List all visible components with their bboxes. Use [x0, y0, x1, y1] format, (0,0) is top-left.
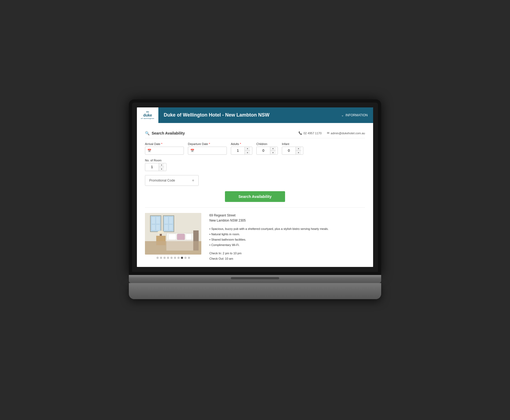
promo-section: Promotional Code +	[145, 175, 365, 186]
image-carousel	[145, 213, 201, 262]
departure-required: *	[209, 142, 210, 146]
calendar-icon-departure: 📅	[190, 149, 194, 153]
main-content: 🔍 Search Availability 📞 02 4957 1170 ✉ a…	[137, 123, 373, 267]
booking-form-row: Arrival Date * 📅 Departure Date * 📅	[145, 142, 365, 155]
chevron-down-icon: ⌄	[341, 113, 344, 117]
search-section-title: Search Availability	[152, 131, 185, 135]
children-group: Children 0 ▲ ▼	[256, 142, 278, 155]
adults-input-group[interactable]: 1 ▲ ▼	[231, 147, 252, 155]
promo-code-box[interactable]: Promotional Code +	[145, 175, 199, 186]
svg-rect-12	[169, 225, 173, 230]
infant-label: Infant	[282, 142, 303, 146]
information-nav-label[interactable]: INFORMATION	[345, 113, 368, 117]
carousel-dot-6[interactable]	[174, 257, 176, 259]
phone-icon: 📞	[298, 131, 302, 135]
hotel-title-area: Duke of Wellington Hotel - New Lambton N…	[158, 112, 341, 118]
hotel-header: the duke of wellington Duke of Wellingto…	[137, 107, 373, 123]
svg-point-21	[158, 231, 164, 234]
search-title: 🔍 Search Availability	[145, 131, 185, 135]
carousel-dot-3[interactable]	[163, 257, 166, 259]
hotel-times: Check In: 2 pm to 10 pm Check Out: 10 am	[209, 251, 365, 262]
svg-rect-11	[165, 225, 168, 230]
infant-increment[interactable]: ▲	[296, 147, 301, 151]
arrival-date-group: Arrival Date * 📅	[145, 142, 184, 155]
rooms-form-row: No. of Room 1 ▲ ▼	[145, 159, 365, 171]
email-icon: ✉	[327, 131, 329, 135]
carousel-dots	[145, 257, 201, 259]
children-input-group[interactable]: 0 ▲ ▼	[256, 147, 278, 155]
svg-rect-9	[165, 217, 168, 224]
departure-date-input[interactable]: 📅	[188, 147, 227, 155]
hotel-title: Duke of Wellington Hotel - New Lambton N…	[164, 112, 269, 118]
address-line2: New Lambton NSW 2305	[209, 218, 365, 223]
header-nav[interactable]: ⌄ INFORMATION	[341, 113, 373, 117]
svg-rect-4	[152, 217, 155, 224]
num-rooms-input-group[interactable]: 1 ▲ ▼	[145, 163, 166, 171]
infant-input-group[interactable]: 0 ▲ ▼	[282, 147, 303, 155]
hotel-address: 69 Regeant Street New Lambton NSW 2305	[209, 213, 365, 223]
adults-required: *	[240, 142, 241, 146]
checkout-time: Check Out: 10 am	[209, 256, 365, 262]
num-rooms-label: No. of Room	[145, 159, 166, 162]
carousel-dot-4[interactable]	[167, 257, 169, 259]
phone-contact: 📞 02 4957 1170	[298, 131, 322, 135]
laptop-base	[129, 275, 381, 283]
carousel-dot-9[interactable]	[184, 257, 187, 259]
children-label: Children	[256, 142, 278, 146]
num-rooms-input[interactable]: 1	[145, 165, 159, 169]
carousel-dot-1[interactable]	[156, 257, 159, 259]
arrival-date-input[interactable]: 📅	[145, 147, 184, 155]
rooms-spinners: ▲ ▼	[159, 163, 164, 171]
svg-rect-16	[177, 234, 185, 240]
carousel-dot-8[interactable]	[181, 257, 183, 259]
arrival-required: *	[161, 142, 162, 146]
adults-label: Adults *	[231, 142, 252, 146]
search-availability-button[interactable]: Search Availability	[225, 191, 285, 202]
departure-label: Departure Date *	[188, 142, 227, 146]
hotel-description: 69 Regeant Street New Lambton NSW 2305 •…	[209, 213, 365, 262]
hotel-logo: the duke of wellington	[137, 107, 158, 123]
adults-input[interactable]: 1	[231, 149, 245, 153]
promo-expand-icon: +	[192, 178, 194, 183]
children-input[interactable]: 0	[257, 149, 270, 153]
hotel-room-image	[145, 213, 201, 255]
laptop-keyboard	[129, 283, 381, 299]
search-btn-row: Search Availability	[145, 191, 365, 202]
svg-rect-22	[145, 241, 201, 255]
search-title-bar: 🔍 Search Availability 📞 02 4957 1170 ✉ a…	[145, 128, 365, 138]
departure-date-group: Departure Date * 📅	[188, 142, 227, 155]
adults-increment[interactable]: ▲	[245, 147, 250, 151]
adults-group: Adults * 1 ▲ ▼	[231, 142, 252, 155]
logo-duke: duke	[141, 113, 154, 118]
svg-rect-5	[156, 217, 160, 224]
feature1: • Spacious, buzzy pub with a sheltered c…	[209, 226, 365, 232]
carousel-dot-7[interactable]	[177, 257, 180, 259]
carousel-dot-2[interactable]	[160, 257, 162, 259]
email-address: admin@dukehotel.com.au	[331, 132, 365, 135]
contact-info: 📞 02 4957 1170 ✉ admin@dukehotel.com.au	[298, 131, 365, 135]
svg-rect-6	[152, 225, 155, 230]
children-spinners: ▲ ▼	[270, 147, 276, 155]
children-decrement[interactable]: ▼	[270, 151, 276, 155]
address-line1: 69 Regeant Street	[209, 213, 365, 218]
svg-rect-10	[169, 217, 173, 224]
arrival-label: Arrival Date *	[145, 142, 184, 146]
hotel-info-section: 69 Regeant Street New Lambton NSW 2305 •…	[145, 210, 365, 262]
infant-input[interactable]: 0	[282, 149, 296, 153]
promo-label: Promotional Code	[149, 179, 175, 182]
infant-decrement[interactable]: ▼	[296, 151, 301, 155]
section-divider	[145, 207, 365, 208]
rooms-decrement[interactable]: ▼	[159, 167, 164, 171]
carousel-dot-10[interactable]	[188, 257, 190, 259]
adults-decrement[interactable]: ▼	[245, 151, 250, 155]
feature4: • Complimentary Wi-Fi.	[209, 242, 365, 248]
svg-rect-15	[169, 234, 176, 240]
children-increment[interactable]: ▲	[270, 147, 276, 151]
carousel-dot-5[interactable]	[170, 257, 173, 259]
checkin-time: Check In: 2 pm to 10 pm	[209, 251, 365, 256]
feature3: • Shared bathroom facilities.	[209, 237, 365, 242]
rooms-increment[interactable]: ▲	[159, 163, 164, 167]
infant-spinners: ▲ ▼	[296, 147, 301, 155]
svg-rect-17	[186, 234, 192, 240]
search-icon: 🔍	[145, 131, 150, 135]
